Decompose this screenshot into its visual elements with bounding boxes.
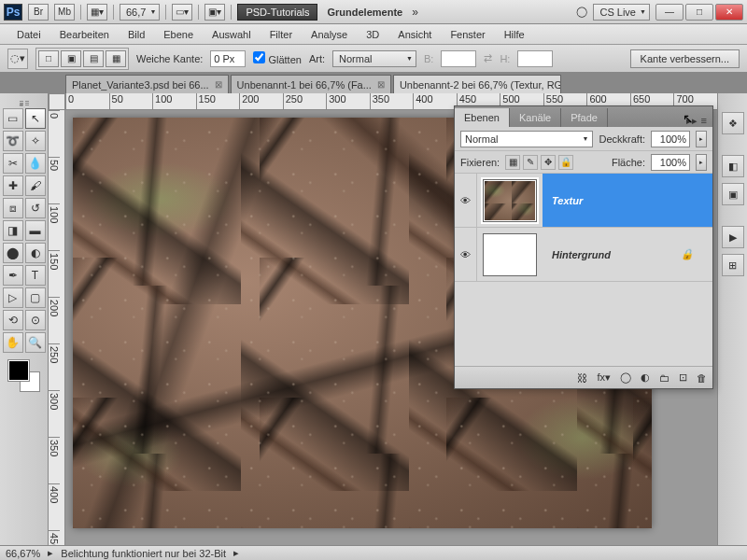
refine-edge-button[interactable]: Kante verbessern... bbox=[630, 49, 740, 68]
foreground-color[interactable] bbox=[8, 360, 29, 381]
menu-filter[interactable]: Filter bbox=[261, 26, 302, 43]
tool-brush[interactable]: 🖌 bbox=[25, 175, 46, 196]
zoom-dropdown[interactable]: 66,7 bbox=[120, 4, 160, 21]
tab-pfade[interactable]: Pfade bbox=[561, 108, 608, 127]
menu-hilfe[interactable]: Hilfe bbox=[495, 26, 534, 43]
layer-thumbnail[interactable] bbox=[483, 179, 537, 222]
layer-textur[interactable]: 👁 Textur bbox=[455, 174, 712, 228]
maximize-button[interactable]: □ bbox=[685, 4, 713, 21]
ruler-vertical[interactable]: 050100150200250300350400450 bbox=[49, 110, 65, 545]
tool-blur[interactable]: ⬤ bbox=[3, 243, 23, 263]
menu-bild[interactable]: Bild bbox=[119, 26, 154, 43]
fill-flyout-icon[interactable]: ▸ bbox=[696, 154, 707, 171]
adjustment-layer-icon[interactable]: ◐ bbox=[641, 371, 650, 384]
tool-wand[interactable]: ✧ bbox=[25, 131, 46, 151]
close-icon[interactable]: ⊠ bbox=[377, 79, 385, 90]
menu-3d[interactable]: 3D bbox=[357, 26, 388, 43]
cslive-dropdown[interactable]: CS Live bbox=[593, 4, 650, 21]
toolbox-grip[interactable]: « bbox=[6, 97, 43, 105]
panel-menu-icon[interactable]: ≡ bbox=[701, 115, 707, 127]
new-layer-icon[interactable]: ⊡ bbox=[679, 371, 687, 384]
tool-3d-camera[interactable]: ⊙ bbox=[25, 310, 46, 330]
doc-tab-1[interactable]: Planet_Variante3.psd bei 66...⊠ bbox=[65, 75, 229, 93]
opacity-input[interactable]: 100% bbox=[651, 131, 690, 147]
menu-auswahl[interactable]: Auswahl bbox=[203, 26, 261, 43]
antialias-checkbox[interactable]: Glätten bbox=[253, 51, 302, 65]
minimize-button[interactable]: — bbox=[655, 4, 684, 21]
dock-history-icon[interactable]: ▶ bbox=[722, 226, 744, 248]
tool-dodge[interactable]: ◐ bbox=[25, 243, 46, 263]
tool-path-select[interactable]: ▷ bbox=[3, 287, 23, 308]
status-zoom[interactable]: 66,67% bbox=[6, 548, 40, 559]
tool-marquee[interactable]: ▭ bbox=[3, 108, 23, 129]
style-dropdown[interactable]: Normal bbox=[332, 50, 416, 67]
current-tool-icon[interactable]: ◌▾ bbox=[7, 49, 28, 69]
bridge-button[interactable]: Br bbox=[28, 4, 49, 21]
dock-layers-icon[interactable]: ❖ bbox=[722, 112, 744, 134]
layer-group-icon[interactable]: 🗀 bbox=[659, 372, 669, 384]
tool-hand[interactable]: ✋ bbox=[3, 332, 23, 353]
visibility-toggle[interactable]: 👁 bbox=[455, 228, 477, 281]
menu-fenster[interactable]: Fenster bbox=[441, 26, 494, 43]
view-extras-button[interactable]: ▦▾ bbox=[87, 4, 107, 21]
tool-move[interactable]: ↖ bbox=[25, 108, 46, 129]
tool-eraser[interactable]: ◨ bbox=[3, 220, 23, 241]
dock-adjustments-icon[interactable]: ◧ bbox=[722, 155, 744, 177]
menu-analyse[interactable]: Analyse bbox=[302, 26, 357, 43]
fill-input[interactable]: 100% bbox=[651, 154, 690, 171]
tool-pen[interactable]: ✒ bbox=[3, 265, 23, 286]
lock-position-icon[interactable]: ✥ bbox=[541, 155, 556, 170]
tab-kanale[interactable]: Kanäle bbox=[510, 108, 561, 127]
delete-layer-icon[interactable]: 🗑 bbox=[697, 372, 707, 384]
status-flyout-icon[interactable]: ▸ bbox=[233, 547, 239, 559]
layer-hintergrund[interactable]: 👁 Hintergrund 🔒 bbox=[455, 228, 712, 282]
lock-pixels-icon[interactable]: ✎ bbox=[523, 155, 538, 170]
workspace-grundelemente[interactable]: Grundelemente bbox=[323, 7, 406, 18]
tool-3d[interactable]: ⟲ bbox=[3, 310, 23, 330]
close-button[interactable]: ✕ bbox=[715, 4, 743, 21]
tool-history-brush[interactable]: ↺ bbox=[25, 198, 46, 218]
lock-all-icon[interactable]: 🔒 bbox=[558, 155, 573, 170]
tool-stamp[interactable]: ⧈ bbox=[3, 198, 23, 218]
opacity-flyout-icon[interactable]: ▸ bbox=[696, 131, 707, 147]
workspace-more-icon[interactable]: » bbox=[412, 6, 418, 19]
layer-name[interactable]: Textur bbox=[543, 174, 712, 227]
menu-ansicht[interactable]: Ansicht bbox=[388, 26, 441, 43]
close-icon[interactable]: ⊠ bbox=[215, 79, 222, 90]
menu-ebene[interactable]: Ebene bbox=[154, 26, 203, 43]
app-logo[interactable]: Ps bbox=[4, 4, 22, 21]
tool-type[interactable]: T bbox=[25, 265, 46, 286]
minibridge-button[interactable]: Mb bbox=[54, 4, 75, 21]
feather-input[interactable]: 0 Px bbox=[210, 50, 246, 67]
layer-fx-icon[interactable]: fx▾ bbox=[597, 371, 611, 384]
tool-crop[interactable]: ✂ bbox=[3, 153, 23, 174]
status-flyout-icon[interactable]: ▸ bbox=[48, 547, 53, 559]
marquee-intersect-icon[interactable]: ▦ bbox=[106, 50, 126, 67]
marquee-add-icon[interactable]: ▣ bbox=[61, 50, 81, 67]
menu-datei[interactable]: Datei bbox=[7, 26, 50, 43]
tool-gradient[interactable]: ▬ bbox=[25, 220, 46, 241]
screenmode-button[interactable]: ▣▾ bbox=[204, 4, 225, 21]
tool-shape[interactable]: ▢ bbox=[25, 287, 46, 308]
layer-name[interactable]: Hintergrund 🔒 bbox=[543, 228, 712, 281]
ruler-origin[interactable] bbox=[49, 93, 65, 110]
panel-collapse-icon[interactable]: ▸▸ bbox=[686, 115, 698, 127]
tool-zoom[interactable]: 🔍 bbox=[25, 332, 46, 353]
layer-thumbnail[interactable] bbox=[483, 233, 537, 276]
tool-heal[interactable]: ✚ bbox=[3, 175, 23, 196]
dock-actions-icon[interactable]: ⊞ bbox=[722, 254, 744, 276]
tool-lasso[interactable]: ➰ bbox=[3, 131, 23, 151]
tool-eyedropper[interactable]: 💧 bbox=[25, 153, 46, 174]
doc-tab-3[interactable]: Unbenannt-2 bei 66,7% (Textur, RGB/8) *⊠ bbox=[393, 75, 561, 93]
dock-styles-icon[interactable]: ▣ bbox=[722, 183, 744, 205]
blend-mode-dropdown[interactable]: Normal bbox=[460, 131, 593, 147]
visibility-toggle[interactable]: 👁 bbox=[455, 174, 477, 227]
arrange-button[interactable]: ▭▾ bbox=[172, 4, 192, 21]
link-layers-icon[interactable]: ⛓ bbox=[577, 372, 587, 384]
color-swatches[interactable] bbox=[8, 360, 40, 392]
menu-bearbeiten[interactable]: Bearbeiten bbox=[50, 26, 119, 43]
lock-transparency-icon[interactable]: ▦ bbox=[505, 155, 520, 170]
layer-mask-icon[interactable]: ◯ bbox=[620, 371, 631, 384]
tab-ebenen[interactable]: Ebenen bbox=[455, 108, 510, 127]
marquee-new-icon[interactable]: □ bbox=[38, 50, 59, 67]
